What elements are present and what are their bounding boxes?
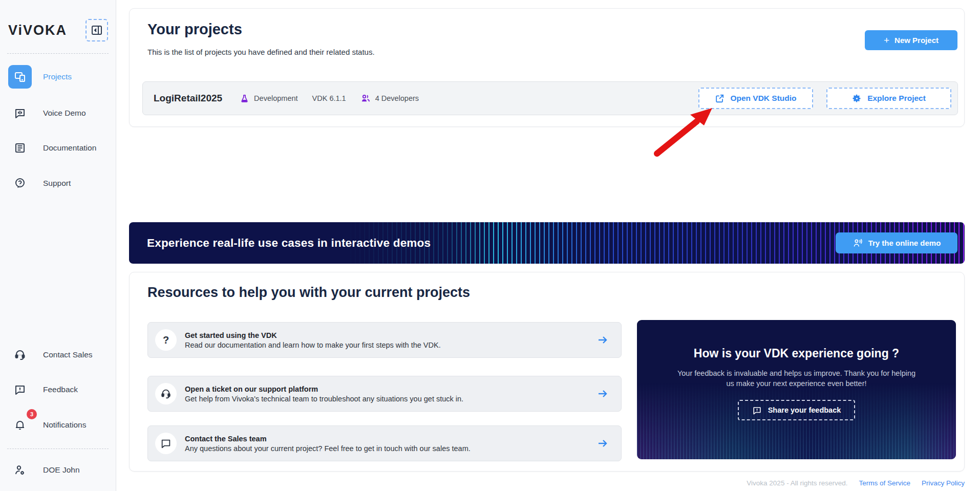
sidebar-item-projects[interactable]: Projects bbox=[8, 65, 72, 89]
feedback-bubble-icon bbox=[752, 405, 762, 415]
vivoka-logo: ViVOKA bbox=[8, 23, 67, 38]
people-icon bbox=[360, 93, 371, 103]
new-project-label: New Project bbox=[894, 36, 939, 45]
try-online-demo-label: Try the online demo bbox=[868, 239, 941, 247]
feedback-body: Your feedback is invaluable and helps us… bbox=[676, 369, 917, 389]
user-settings-icon bbox=[8, 458, 32, 482]
try-online-demo-button[interactable]: Try the online demo bbox=[836, 232, 957, 253]
sidebar-item-user-account[interactable]: DOE John bbox=[8, 458, 80, 482]
open-vdk-studio-label: Open VDK Studio bbox=[730, 94, 796, 103]
resource-description: Read our documentation and learn how to … bbox=[185, 341, 441, 349]
flask-icon bbox=[240, 94, 249, 103]
explore-project-label: Explore Project bbox=[867, 94, 926, 103]
voice-demo-icon bbox=[8, 101, 32, 125]
sidebar-item-feedback[interactable]: Feedback bbox=[8, 378, 78, 401]
share-feedback-button[interactable]: Share your feedback bbox=[738, 400, 856, 420]
demo-banner: Experience real-life use cases in intera… bbox=[129, 222, 965, 264]
sidebar-header: ViVOKA bbox=[8, 18, 108, 42]
projects-section: Your projects This is the list of projec… bbox=[129, 8, 965, 127]
app-root: ViVOKA bbox=[0, 0, 980, 491]
sidebar-divider-top bbox=[7, 53, 109, 54]
copyright-text: Vivoka 2025 - All rights reserved. bbox=[747, 479, 847, 487]
sidebar-item-voice-demo[interactable]: Voice Demo bbox=[8, 101, 86, 125]
arrow-right-icon bbox=[596, 437, 609, 450]
project-name: LogiRetail2025 bbox=[154, 93, 222, 104]
privacy-policy-link[interactable]: Privacy Policy bbox=[922, 479, 965, 487]
sidebar-item-label: Voice Demo bbox=[43, 109, 86, 118]
resources-section: Resources to help you with your current … bbox=[129, 272, 965, 472]
share-feedback-label: Share your feedback bbox=[768, 406, 841, 414]
project-vdk-version: VDK 6.1.1 bbox=[312, 94, 346, 102]
resource-description: Get help from Vivoka's technical team to… bbox=[185, 395, 463, 403]
open-vdk-studio-button[interactable]: Open VDK Studio bbox=[698, 88, 813, 109]
question-icon: ? bbox=[155, 329, 177, 351]
sidebar-item-label: Feedback bbox=[43, 385, 78, 394]
notifications-badge: 3 bbox=[27, 409, 37, 419]
page-subtitle: This is the list of projects you have de… bbox=[147, 48, 375, 56]
footer: Vivoka 2025 - All rights reserved. Terms… bbox=[747, 479, 965, 487]
project-row[interactable]: LogiRetail2025 Development VDK 6.1.1 bbox=[142, 81, 958, 115]
explore-project-button[interactable]: Explore Project bbox=[826, 88, 951, 109]
sidebar-item-support[interactable]: Support bbox=[8, 172, 71, 195]
sidebar-item-label: Notifications bbox=[43, 420, 86, 430]
support-icon bbox=[8, 172, 32, 195]
resource-card-support-ticket[interactable]: Open a ticket on our support platform Ge… bbox=[147, 376, 622, 412]
sidebar-item-documentation[interactable]: Documentation bbox=[8, 136, 96, 160]
project-developers: 4 Developers bbox=[360, 93, 419, 103]
sidebar-item-label: Support bbox=[43, 179, 71, 188]
arrow-right-icon bbox=[596, 334, 609, 346]
resource-card-get-started[interactable]: ? Get started using the VDK Read our doc… bbox=[147, 322, 622, 358]
sidebar-item-label: Contact Sales bbox=[43, 350, 93, 359]
banner-title: Experience real-life use cases in intera… bbox=[147, 237, 431, 250]
documentation-icon bbox=[8, 136, 32, 160]
project-status: Development bbox=[240, 94, 297, 103]
feedback-bubble-icon bbox=[8, 378, 32, 401]
sidebar-divider-bottom bbox=[7, 449, 109, 449]
sidebar-item-label: Projects bbox=[43, 72, 72, 81]
chat-bubble-icon bbox=[155, 433, 177, 454]
gear-icon bbox=[852, 94, 862, 103]
speaking-person-icon bbox=[853, 238, 863, 248]
resource-card-contact-sales[interactable]: Contact the Sales team Any questions abo… bbox=[147, 425, 622, 461]
project-actions: Open VDK Studio Explore Project bbox=[698, 88, 951, 109]
resource-title: Open a ticket on our support platform bbox=[185, 385, 463, 393]
sidebar-item-contact-sales[interactable]: Contact Sales bbox=[8, 343, 93, 367]
sidebar: ViVOKA bbox=[0, 0, 116, 491]
headset-icon bbox=[155, 383, 177, 404]
sidebar-item-label: DOE John bbox=[43, 465, 80, 475]
terms-of-service-link[interactable]: Terms of Service bbox=[859, 479, 910, 487]
resources-title: Resources to help you with your current … bbox=[147, 285, 470, 301]
sidebar-item-notifications[interactable]: 3 Notifications bbox=[8, 413, 86, 437]
sidebar-collapse-button[interactable] bbox=[86, 19, 108, 41]
external-link-icon bbox=[715, 94, 725, 103]
resource-description: Any questions about your current project… bbox=[185, 444, 471, 453]
page-title: Your projects bbox=[147, 21, 242, 38]
arrow-right-icon bbox=[596, 388, 609, 400]
bell-icon: 3 bbox=[8, 413, 32, 437]
headset-icon bbox=[8, 343, 32, 367]
plus-icon: + bbox=[884, 35, 889, 46]
main-content: Your projects This is the list of projec… bbox=[116, 0, 980, 491]
panel-collapse-icon bbox=[91, 24, 103, 36]
new-project-button[interactable]: + New Project bbox=[865, 30, 957, 50]
projects-icon bbox=[8, 65, 32, 89]
feedback-panel: How is your VDK experience going ? Your … bbox=[637, 320, 956, 459]
resource-title: Contact the Sales team bbox=[185, 435, 471, 443]
sidebar-item-label: Documentation bbox=[43, 143, 96, 153]
resource-title: Get started using the VDK bbox=[185, 331, 441, 339]
feedback-title: How is your VDK experience going ? bbox=[694, 347, 899, 360]
